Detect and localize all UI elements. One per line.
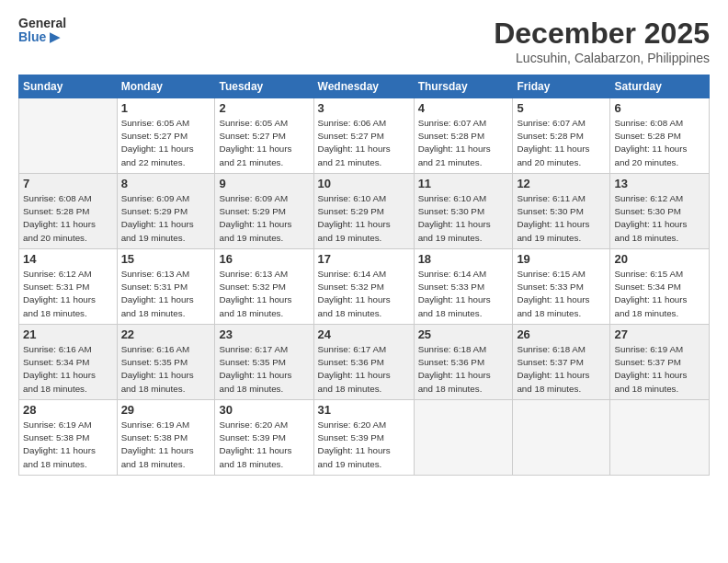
header-wednesday: Wednesday [313, 75, 414, 98]
day-info: Sunrise: 6:05 AM Sunset: 5:27 PM Dayligh… [121, 117, 211, 169]
table-row: 6Sunrise: 6:08 AM Sunset: 5:28 PM Daylig… [610, 98, 710, 174]
day-info: Sunrise: 6:19 AM Sunset: 5:38 PM Dayligh… [121, 419, 211, 471]
table-row: 16Sunrise: 6:13 AM Sunset: 5:32 PM Dayli… [215, 249, 313, 325]
table-row: 4Sunrise: 6:07 AM Sunset: 5:28 PM Daylig… [414, 98, 513, 174]
table-row: 13Sunrise: 6:12 AM Sunset: 5:30 PM Dayli… [610, 174, 710, 249]
day-info: Sunrise: 6:19 AM Sunset: 5:38 PM Dayligh… [23, 419, 113, 471]
table-row: 21Sunrise: 6:16 AM Sunset: 5:34 PM Dayli… [19, 325, 118, 400]
table-row: 17Sunrise: 6:14 AM Sunset: 5:32 PM Dayli… [313, 249, 414, 325]
day-info: Sunrise: 6:08 AM Sunset: 5:28 PM Dayligh… [23, 192, 113, 245]
day-info: Sunrise: 6:17 AM Sunset: 5:35 PM Dayligh… [219, 343, 309, 396]
header-saturday: Saturday [610, 75, 710, 98]
day-number: 10 [318, 177, 410, 190]
table-row: 18Sunrise: 6:14 AM Sunset: 5:33 PM Dayli… [414, 249, 513, 325]
day-info: Sunrise: 6:08 AM Sunset: 5:28 PM Dayligh… [614, 117, 705, 169]
day-info: Sunrise: 6:18 AM Sunset: 5:37 PM Dayligh… [517, 343, 606, 396]
day-info: Sunrise: 6:19 AM Sunset: 5:37 PM Dayligh… [614, 343, 705, 396]
day-info: Sunrise: 6:14 AM Sunset: 5:32 PM Dayligh… [318, 268, 410, 320]
table-row [513, 400, 610, 476]
day-number: 30 [219, 403, 309, 417]
month-title: December 2025 [494, 17, 710, 51]
logo-text: General Blue ▶ [18, 17, 66, 45]
title-block: December 2025 Lucsuhin, Calabarzon, Phil… [494, 17, 710, 65]
day-info: Sunrise: 6:12 AM Sunset: 5:30 PM Dayligh… [614, 192, 705, 245]
day-number: 22 [121, 327, 211, 341]
table-row: 22Sunrise: 6:16 AM Sunset: 5:35 PM Dayli… [117, 325, 215, 400]
header-thursday: Thursday [414, 75, 513, 98]
calendar-week-row: 14Sunrise: 6:12 AM Sunset: 5:31 PM Dayli… [19, 249, 710, 325]
day-number: 19 [517, 252, 606, 266]
day-number: 23 [219, 327, 309, 341]
day-info: Sunrise: 6:11 AM Sunset: 5:30 PM Dayligh… [517, 192, 606, 245]
table-row: 24Sunrise: 6:17 AM Sunset: 5:36 PM Dayli… [313, 325, 414, 400]
day-info: Sunrise: 6:15 AM Sunset: 5:33 PM Dayligh… [517, 268, 606, 320]
day-info: Sunrise: 6:20 AM Sunset: 5:39 PM Dayligh… [219, 419, 309, 471]
header: General Blue ▶ December 2025 Lucsuhin, C… [18, 17, 710, 65]
table-row [610, 400, 710, 476]
table-row: 1Sunrise: 6:05 AM Sunset: 5:27 PM Daylig… [117, 98, 215, 174]
day-info: Sunrise: 6:10 AM Sunset: 5:30 PM Dayligh… [418, 192, 509, 245]
logo-general: General [18, 17, 66, 30]
day-number: 31 [318, 403, 410, 417]
day-number: 27 [614, 327, 705, 341]
table-row: 15Sunrise: 6:13 AM Sunset: 5:31 PM Dayli… [117, 249, 215, 325]
day-number: 14 [23, 252, 113, 266]
table-row: 30Sunrise: 6:20 AM Sunset: 5:39 PM Dayli… [215, 400, 313, 476]
logo-blue: Blue ▶ [18, 30, 66, 44]
header-sunday: Sunday [19, 75, 118, 98]
day-number: 2 [219, 101, 309, 115]
table-row: 2Sunrise: 6:05 AM Sunset: 5:27 PM Daylig… [215, 98, 313, 174]
day-number: 6 [614, 101, 705, 115]
day-number: 25 [418, 327, 509, 341]
day-info: Sunrise: 6:15 AM Sunset: 5:34 PM Dayligh… [614, 268, 705, 320]
table-row: 31Sunrise: 6:20 AM Sunset: 5:39 PM Dayli… [313, 400, 414, 476]
table-row: 27Sunrise: 6:19 AM Sunset: 5:37 PM Dayli… [610, 325, 710, 400]
table-row: 14Sunrise: 6:12 AM Sunset: 5:31 PM Dayli… [19, 249, 118, 325]
day-number: 1 [121, 101, 211, 115]
day-number: 7 [23, 177, 113, 190]
day-number: 20 [614, 252, 705, 266]
day-number: 3 [318, 101, 410, 115]
day-info: Sunrise: 6:18 AM Sunset: 5:36 PM Dayligh… [418, 343, 509, 396]
table-row: 7Sunrise: 6:08 AM Sunset: 5:28 PM Daylig… [19, 174, 118, 249]
header-monday: Monday [117, 75, 215, 98]
day-number: 9 [219, 177, 309, 190]
day-number: 21 [23, 327, 113, 341]
day-number: 24 [318, 327, 410, 341]
day-number: 11 [418, 177, 509, 190]
table-row: 25Sunrise: 6:18 AM Sunset: 5:36 PM Dayli… [414, 325, 513, 400]
day-info: Sunrise: 6:16 AM Sunset: 5:35 PM Dayligh… [121, 343, 211, 396]
page: General Blue ▶ December 2025 Lucsuhin, C… [0, 0, 728, 563]
day-number: 4 [418, 101, 509, 115]
day-info: Sunrise: 6:16 AM Sunset: 5:34 PM Dayligh… [23, 343, 113, 396]
day-info: Sunrise: 6:10 AM Sunset: 5:29 PM Dayligh… [318, 192, 410, 245]
calendar: Sunday Monday Tuesday Wednesday Thursday… [18, 75, 710, 476]
day-number: 5 [517, 101, 606, 115]
table-row: 10Sunrise: 6:10 AM Sunset: 5:29 PM Dayli… [313, 174, 414, 249]
day-number: 17 [318, 252, 410, 266]
day-info: Sunrise: 6:06 AM Sunset: 5:27 PM Dayligh… [318, 117, 410, 169]
weekday-header-row: Sunday Monday Tuesday Wednesday Thursday… [19, 75, 710, 98]
header-friday: Friday [513, 75, 610, 98]
table-row [19, 98, 118, 174]
day-info: Sunrise: 6:09 AM Sunset: 5:29 PM Dayligh… [219, 192, 309, 245]
day-number: 26 [517, 327, 606, 341]
day-number: 18 [418, 252, 509, 266]
table-row: 28Sunrise: 6:19 AM Sunset: 5:38 PM Dayli… [19, 400, 118, 476]
table-row: 23Sunrise: 6:17 AM Sunset: 5:35 PM Dayli… [215, 325, 313, 400]
calendar-week-row: 28Sunrise: 6:19 AM Sunset: 5:38 PM Dayli… [19, 400, 710, 476]
day-number: 13 [614, 177, 705, 190]
table-row: 11Sunrise: 6:10 AM Sunset: 5:30 PM Dayli… [414, 174, 513, 249]
day-number: 28 [23, 403, 113, 417]
calendar-week-row: 1Sunrise: 6:05 AM Sunset: 5:27 PM Daylig… [19, 98, 710, 174]
calendar-week-row: 21Sunrise: 6:16 AM Sunset: 5:34 PM Dayli… [19, 325, 710, 400]
day-info: Sunrise: 6:20 AM Sunset: 5:39 PM Dayligh… [318, 419, 410, 471]
table-row: 29Sunrise: 6:19 AM Sunset: 5:38 PM Dayli… [117, 400, 215, 476]
day-info: Sunrise: 6:07 AM Sunset: 5:28 PM Dayligh… [517, 117, 606, 169]
day-number: 15 [121, 252, 211, 266]
day-info: Sunrise: 6:05 AM Sunset: 5:27 PM Dayligh… [219, 117, 309, 169]
table-row: 5Sunrise: 6:07 AM Sunset: 5:28 PM Daylig… [513, 98, 610, 174]
table-row: 3Sunrise: 6:06 AM Sunset: 5:27 PM Daylig… [313, 98, 414, 174]
day-info: Sunrise: 6:17 AM Sunset: 5:36 PM Dayligh… [318, 343, 410, 396]
day-info: Sunrise: 6:13 AM Sunset: 5:31 PM Dayligh… [121, 268, 211, 320]
